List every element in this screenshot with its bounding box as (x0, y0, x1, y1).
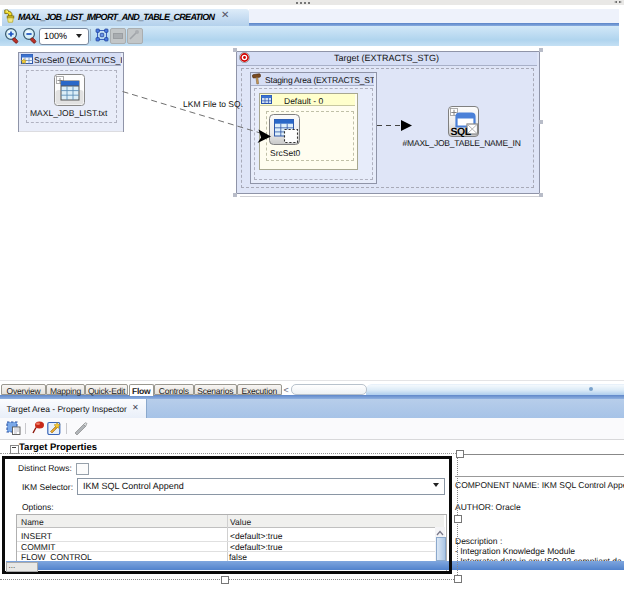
svg-text:SQL: SQL (451, 125, 472, 137)
